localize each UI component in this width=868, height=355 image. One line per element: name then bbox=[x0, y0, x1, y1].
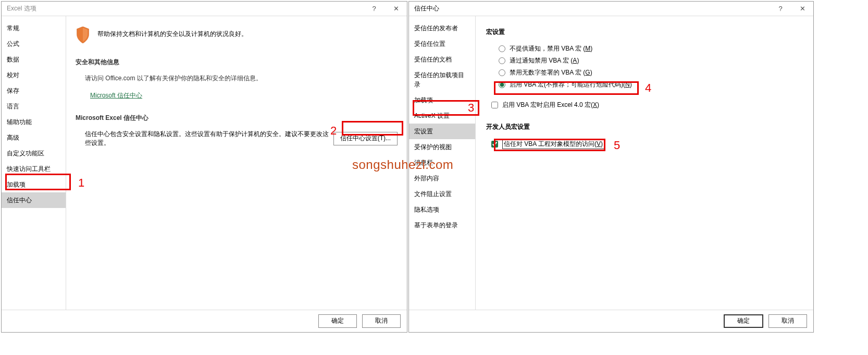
radio-label: 通过通知禁用 VBA 宏 (A) bbox=[510, 56, 579, 65]
check-trust-vba-model[interactable]: 信任对 VBA 工程对象模型的访问(V) bbox=[486, 138, 803, 151]
radio-enable-all-input[interactable] bbox=[499, 81, 505, 88]
sidebar-item-quick-access[interactable]: 快速访问工具栏 bbox=[2, 161, 66, 177]
trust-center-desc: 信任中心包含安全设置和隐私设置。这些设置有助于保护计算机的安全。建议不要更改这些… bbox=[85, 130, 329, 148]
options-content: 帮助保持文档和计算机的安全以及计算机的状况良好。 安全和其他信息 请访问 Off… bbox=[66, 16, 407, 310]
tc-sidebar-protected-view[interactable]: 受保护的视图 bbox=[409, 139, 475, 155]
trust-center-footer: 确定 取消 bbox=[409, 310, 813, 332]
shield-text: 帮助保持文档和计算机的安全以及计算机的状况良好。 bbox=[97, 27, 247, 39]
check-enable-excel4[interactable]: 启用 VBA 宏时启用 Excel 4.0 宏(X) bbox=[486, 99, 803, 111]
help-icon[interactable]: ? bbox=[363, 2, 385, 16]
section-security-info: 安全和其他信息 bbox=[76, 58, 398, 67]
radio-disable-no-notify[interactable]: 不提供通知，禁用 VBA 宏 (M) bbox=[486, 43, 803, 55]
radio-enable-all[interactable]: 启用 VBA 宏(不推荐；可能运行危险代码)(N) bbox=[486, 79, 803, 91]
radio-disable-unsigned-input[interactable] bbox=[499, 69, 505, 76]
tc-sidebar-trusted-addin-catalogs[interactable]: 受信任的加载项目录 bbox=[409, 67, 475, 92]
cancel-button[interactable]: 取消 bbox=[768, 314, 807, 328]
radio-disable-no-notify-input[interactable] bbox=[499, 45, 505, 52]
sidebar-item-addins[interactable]: 加载项 bbox=[2, 177, 66, 192]
ok-button[interactable]: 确定 bbox=[724, 314, 763, 328]
macro-settings-heading: 宏设置 bbox=[486, 28, 803, 36]
ms-trust-center-link[interactable]: Microsoft 信任中心 bbox=[90, 91, 142, 100]
options-footer: 确定 取消 bbox=[2, 310, 407, 332]
radio-disable-unsigned[interactable]: 禁用无数字签署的 VBA 宏 (G) bbox=[486, 67, 803, 79]
tc-sidebar-trusted-documents[interactable]: 受信任的文档 bbox=[409, 52, 475, 67]
check-enable-excel4-input[interactable] bbox=[491, 102, 498, 108]
sidebar-item-accessibility[interactable]: 辅助功能 bbox=[2, 114, 66, 130]
tc-sidebar-form-login[interactable]: 基于表单的登录 bbox=[409, 217, 475, 233]
tc-sidebar-macro-settings[interactable]: 宏设置 bbox=[409, 124, 475, 139]
tc-sidebar-trusted-publishers[interactable]: 受信任的发布者 bbox=[409, 20, 475, 36]
options-sidebar: 常规 公式 数据 校对 保存 语言 辅助功能 高级 自定义功能区 快速访问工具栏… bbox=[2, 16, 66, 310]
radio-label: 不提供通知，禁用 VBA 宏 (M) bbox=[510, 44, 592, 53]
tc-sidebar-trusted-locations[interactable]: 受信任位置 bbox=[409, 36, 475, 52]
close-icon[interactable]: ✕ bbox=[791, 2, 813, 16]
tc-sidebar-privacy[interactable]: 隐私选项 bbox=[409, 202, 475, 217]
sidebar-item-advanced[interactable]: 高级 bbox=[2, 130, 66, 145]
sidebar-item-formulas[interactable]: 公式 bbox=[2, 36, 66, 52]
check-label: 信任对 VBA 工程对象模型的访问(V) bbox=[502, 139, 604, 149]
close-icon[interactable]: ✕ bbox=[385, 2, 407, 16]
sidebar-item-save[interactable]: 保存 bbox=[2, 83, 66, 99]
check-label: 启用 VBA 宏时启用 Excel 4.0 宏(X) bbox=[502, 101, 599, 109]
check-trust-vba-model-input[interactable] bbox=[491, 141, 498, 148]
security-info-text: 请访问 Office.com 以了解有关保护你的隐私和安全的详细信息。 bbox=[76, 74, 398, 83]
shield-icon bbox=[76, 27, 90, 43]
trust-center-sidebar: 受信任的发布者 受信任位置 受信任的文档 受信任的加载项目录 加载项 Activ… bbox=[409, 16, 476, 310]
sidebar-item-language[interactable]: 语言 bbox=[2, 99, 66, 114]
radio-label: 启用 VBA 宏(不推荐；可能运行危险代码)(N) bbox=[510, 80, 632, 89]
trust-center-settings-button[interactable]: 信任中心设置(T)... bbox=[333, 132, 398, 145]
section-excel-trust-center: Microsoft Excel 信任中心 bbox=[76, 114, 398, 123]
trust-center-title: 信任中心 bbox=[414, 4, 770, 13]
sidebar-item-customize-ribbon[interactable]: 自定义功能区 bbox=[2, 145, 66, 161]
excel-options-title: Excel 选项 bbox=[7, 4, 363, 13]
ok-button[interactable]: 确定 bbox=[318, 314, 357, 328]
excel-options-titlebar: Excel 选项 ? ✕ bbox=[2, 2, 407, 16]
radio-label: 禁用无数字签署的 VBA 宏 (G) bbox=[510, 68, 592, 77]
tc-sidebar-activex[interactable]: ActiveX 设置 bbox=[409, 108, 475, 124]
trust-center-content: 宏设置 不提供通知，禁用 VBA 宏 (M) 通过通知禁用 VBA 宏 (A) … bbox=[476, 16, 813, 310]
sidebar-item-general[interactable]: 常规 bbox=[2, 20, 66, 36]
sidebar-item-proofing[interactable]: 校对 bbox=[2, 67, 66, 83]
dev-macro-heading: 开发人员宏设置 bbox=[486, 123, 803, 131]
trust-center-titlebar: 信任中心 ? ✕ bbox=[409, 2, 813, 16]
help-icon[interactable]: ? bbox=[770, 2, 791, 16]
sidebar-item-data[interactable]: 数据 bbox=[2, 52, 66, 67]
cancel-button[interactable]: 取消 bbox=[362, 314, 401, 328]
radio-disable-with-notify-input[interactable] bbox=[499, 57, 505, 64]
tc-sidebar-external-content[interactable]: 外部内容 bbox=[409, 170, 475, 186]
radio-disable-with-notify[interactable]: 通过通知禁用 VBA 宏 (A) bbox=[486, 55, 803, 67]
sidebar-item-trust-center[interactable]: 信任中心 bbox=[2, 192, 66, 208]
tc-sidebar-message-bar[interactable]: 消息栏 bbox=[409, 155, 475, 170]
tc-sidebar-file-block[interactable]: 文件阻止设置 bbox=[409, 186, 475, 202]
tc-sidebar-addins[interactable]: 加载项 bbox=[409, 92, 475, 108]
